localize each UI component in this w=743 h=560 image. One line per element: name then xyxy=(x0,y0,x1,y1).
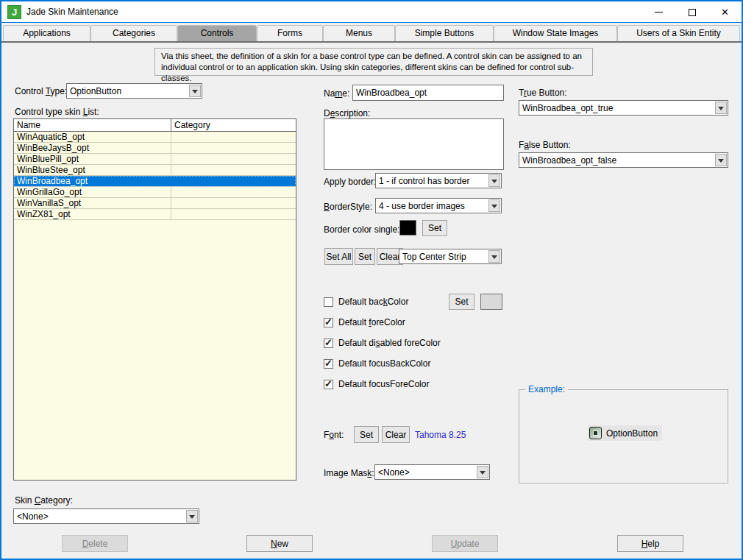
list-item[interactable]: WinBeeJaysB_opt xyxy=(14,143,296,154)
column-header-category[interactable]: Category xyxy=(171,119,296,131)
checkbox-label: Default disabled foreColor xyxy=(338,338,441,348)
list-item[interactable]: WinBlueStee_opt xyxy=(14,165,296,176)
list-item[interactable]: WinAquaticB_opt xyxy=(14,132,296,143)
app-icon: J xyxy=(7,5,21,19)
true-button-dropdown[interactable]: WinBroadbea_opt_true xyxy=(519,100,728,116)
close-icon: ✕ xyxy=(721,7,729,17)
list-item[interactable]: WinGrillaGo_opt xyxy=(14,187,296,198)
apply-border-label: Apply border: xyxy=(324,177,376,187)
border-style-label: BorderStyle: xyxy=(324,202,372,212)
tab-applications[interactable]: Applications xyxy=(3,25,90,41)
tab-forms[interactable]: Forms xyxy=(257,25,323,41)
checkbox-icon: ✓ xyxy=(324,318,333,327)
apply-border-dropdown[interactable]: 1 - if control has border xyxy=(375,173,502,188)
skin-list-label: Control type skin List: xyxy=(15,107,99,117)
chevron-down-icon[interactable] xyxy=(488,250,500,263)
border-part-dropdown[interactable]: Top Center Strip xyxy=(399,249,502,264)
checkbox-label: Default foreColor xyxy=(338,317,405,327)
sheet-description-line1: Via this sheet, the definition of a skin… xyxy=(161,51,586,62)
tab-window-state-images[interactable]: Window State Images xyxy=(494,25,617,41)
tab-simple-buttons[interactable]: Simple Buttons xyxy=(395,25,494,41)
sheet-description-panel: Via this sheet, the definition of a skin… xyxy=(154,48,593,76)
tab-users-of-a-skin-entity[interactable]: Users of a Skin Entity xyxy=(617,25,740,41)
checkbox-icon: ✓ xyxy=(324,380,333,389)
border-color-swatch xyxy=(399,220,416,235)
checkbox-label: Default backColor xyxy=(338,297,408,307)
minimize-button[interactable] xyxy=(642,1,675,23)
control-type-value: OptionButton xyxy=(67,86,188,96)
maximize-button[interactable] xyxy=(675,1,708,23)
window-title: Jade Skin Maintenance xyxy=(26,7,118,17)
tab-controls[interactable]: Controls xyxy=(177,25,257,41)
default-forecolor-checkbox[interactable]: ✓ Default foreColor xyxy=(324,317,405,327)
column-header-name[interactable]: Name xyxy=(14,119,171,131)
list-item[interactable]: WinVanillaS_opt xyxy=(14,198,296,209)
set-all-button[interactable]: Set All xyxy=(324,248,353,265)
control-type-label: Control Type: xyxy=(15,86,67,96)
chevron-down-icon[interactable] xyxy=(488,199,500,212)
chevron-down-icon[interactable] xyxy=(715,154,727,166)
chevron-down-icon[interactable] xyxy=(477,466,488,478)
delete-button[interactable]: Delete xyxy=(62,535,128,552)
border-color-single-label: Border color single: xyxy=(324,224,399,235)
jade-skin-maintenance-window: J Jade Skin Maintenance ✕ Applications C… xyxy=(0,0,743,560)
skin-category-label: Skin Category: xyxy=(15,495,73,506)
name-input[interactable] xyxy=(352,85,504,101)
border-style-dropdown[interactable]: 4 - use border images xyxy=(375,198,502,213)
default-disabled-forecolor-checkbox[interactable]: ✓ Default disabled foreColor xyxy=(324,338,441,348)
description-textarea[interactable] xyxy=(324,118,504,170)
checkbox-icon: ✓ xyxy=(324,339,333,348)
update-button[interactable]: Update xyxy=(432,535,498,552)
skin-category-value: <None> xyxy=(14,511,185,522)
chevron-down-icon[interactable] xyxy=(715,102,727,114)
set-button[interactable]: Set xyxy=(355,248,375,265)
default-backcolor-checkbox[interactable]: ✓ Default backColor xyxy=(324,297,408,307)
control-type-dropdown[interactable]: OptionButton xyxy=(66,83,202,99)
example-option-button[interactable]: OptionButton xyxy=(588,425,662,441)
false-button-label: False Button: xyxy=(519,140,571,150)
list-item-selected[interactable]: WinBroadbea_opt xyxy=(14,176,296,187)
font-label: Font: xyxy=(324,430,344,440)
name-label: Name: xyxy=(324,88,349,99)
new-button[interactable]: New xyxy=(246,535,313,552)
checkbox-label: Default focusBackColor xyxy=(338,358,430,369)
chevron-down-icon[interactable] xyxy=(189,85,201,97)
tab-categories[interactable]: Categories xyxy=(90,25,177,41)
font-clear-button[interactable]: Clear xyxy=(382,426,410,443)
list-item[interactable]: WinZX81_opt xyxy=(14,209,296,220)
apply-border-value: 1 - if control has border xyxy=(376,176,488,186)
description-label: Description: xyxy=(324,108,370,118)
minimize-icon xyxy=(655,12,663,13)
true-button-value: WinBroadbea_opt_true xyxy=(519,103,714,113)
border-style-value: 4 - use border images xyxy=(376,201,488,211)
border-color-set-button[interactable]: Set xyxy=(422,220,447,236)
default-focusforecolor-checkbox[interactable]: ✓ Default focusForeColor xyxy=(324,379,429,389)
checkbox-icon: ✓ xyxy=(324,297,333,307)
maximize-icon xyxy=(689,9,696,16)
help-button[interactable]: Help xyxy=(617,535,683,552)
tab-menus[interactable]: Menus xyxy=(323,25,395,41)
example-option-label: OptionButton xyxy=(606,428,658,439)
image-mask-label: Image Mask: xyxy=(324,468,374,478)
backcolor-swatch xyxy=(480,294,502,310)
checkbox-icon: ✓ xyxy=(324,359,333,369)
true-button-label: True Button: xyxy=(519,88,567,98)
font-set-button[interactable]: Set xyxy=(354,426,379,443)
close-button[interactable]: ✕ xyxy=(708,1,742,23)
image-mask-dropdown[interactable]: <None> xyxy=(374,464,490,480)
option-button-icon xyxy=(589,427,602,439)
list-item[interactable]: WinBluePill_opt xyxy=(14,154,296,165)
false-button-dropdown[interactable]: WinBroadbea_opt_false xyxy=(519,152,728,168)
title-bar: J Jade Skin Maintenance ✕ xyxy=(1,1,742,23)
skin-category-dropdown[interactable]: <None> xyxy=(13,508,199,524)
example-groupbox: Example: OptionButton xyxy=(519,389,728,483)
chevron-down-icon[interactable] xyxy=(488,174,500,187)
chevron-down-icon[interactable] xyxy=(186,510,198,522)
default-focusbackcolor-checkbox[interactable]: ✓ Default focusBackColor xyxy=(324,358,430,369)
example-label: Example: xyxy=(525,384,568,394)
false-button-value: WinBroadbea_opt_false xyxy=(519,155,714,166)
backcolor-set-button[interactable]: Set xyxy=(449,294,474,310)
font-value: Tahoma 8.25 xyxy=(415,430,466,440)
checkbox-label: Default focusForeColor xyxy=(338,379,429,389)
border-part-value: Top Center Strip xyxy=(399,252,488,262)
